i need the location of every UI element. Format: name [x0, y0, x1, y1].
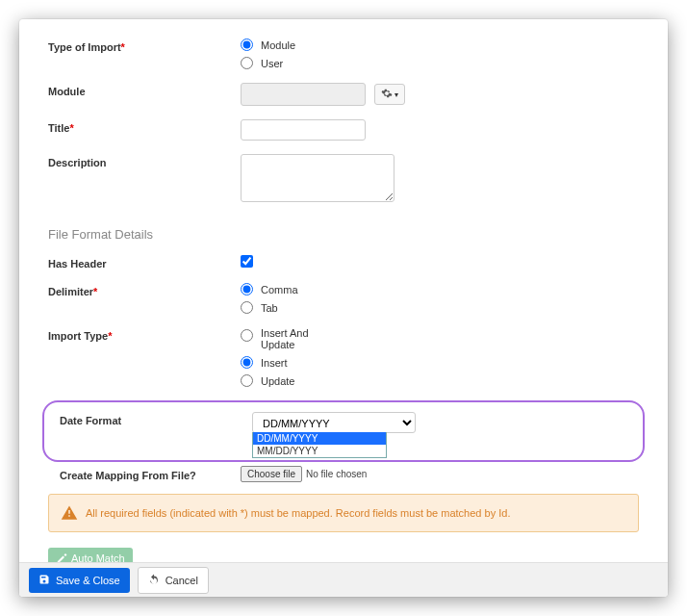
row-date-format: Date Format DD/MM/YYYY	[60, 412, 627, 433]
radio-comma-input[interactable]	[241, 283, 253, 295]
date-format-option-mmddyyyy[interactable]: MM/DD/YYYY	[253, 445, 386, 457]
no-file-label: No file chosen	[306, 469, 367, 479]
alert-text: All required fields (indicated with *) m…	[86, 507, 510, 519]
row-module: Module ▾	[48, 83, 639, 106]
label-create-mapping: Create Mapping From File?	[48, 467, 241, 481]
radio-user[interactable]: User	[241, 57, 639, 69]
date-format-input-col: DD/MM/YYYY	[252, 412, 627, 433]
date-format-option-ddmmyyyy[interactable]: DD/MM/YYYY	[253, 432, 386, 445]
label-import-type: Import Type*	[48, 327, 241, 342]
radio-tab[interactable]: Tab	[241, 301, 639, 314]
module-field[interactable]	[241, 83, 366, 106]
radio-insert-input[interactable]	[241, 356, 253, 369]
label-description: Description	[48, 154, 241, 168]
section-file-format: File Format Details	[48, 227, 639, 242]
warning-icon	[61, 504, 78, 522]
label-delimiter: Delimiter*	[48, 283, 241, 297]
radio-insert-update[interactable]: Insert And Update	[241, 327, 639, 350]
row-has-header: Has Header	[48, 255, 639, 270]
file-control: Choose file No file chosen	[241, 466, 639, 482]
cancel-button[interactable]: Cancel	[138, 567, 209, 594]
radio-update[interactable]: Update	[241, 374, 639, 387]
row-delimiter: Delimiter* Comma Tab	[48, 283, 639, 314]
label-module: Module	[48, 83, 241, 97]
description-input-col	[241, 154, 639, 204]
radio-module-input[interactable]	[241, 38, 253, 51]
label-type-of-import: Type of Import*	[48, 38, 241, 53]
label-has-header: Has Header	[48, 255, 241, 270]
row-description: Description	[48, 154, 639, 204]
has-header-checkbox[interactable]	[241, 255, 253, 268]
label-title: Title*	[48, 119, 241, 134]
cancel-label: Cancel	[165, 575, 198, 586]
delimiter-options: Comma Tab	[241, 283, 639, 314]
radio-user-label: User	[261, 58, 283, 69]
date-format-select[interactable]: DD/MM/YYYY	[252, 412, 416, 433]
radio-module-label: Module	[261, 39, 295, 51]
form-area: Type of Import* Module User Module	[19, 19, 668, 569]
radio-insert-update-input[interactable]	[241, 329, 253, 342]
radio-update-input[interactable]	[241, 374, 253, 387]
chevron-down-icon: ▾	[394, 90, 398, 99]
row-import-type: Import Type* Insert And Update Insert Up…	[48, 327, 639, 387]
radio-tab-label: Tab	[261, 302, 278, 314]
label-date-format: Date Format	[60, 412, 252, 426]
row-type-of-import: Type of Import* Module User	[48, 38, 639, 69]
radio-insert[interactable]: Insert	[241, 356, 639, 369]
module-input-col: ▾	[241, 83, 639, 106]
radio-comma-label: Comma	[261, 284, 298, 295]
alert-required-fields: All required fields (indicated with *) m…	[48, 494, 639, 532]
module-settings-button[interactable]: ▾	[374, 84, 405, 105]
radio-module[interactable]: Module	[241, 38, 639, 51]
choose-file-button[interactable]: Choose file	[241, 466, 302, 482]
radio-user-input[interactable]	[241, 57, 253, 69]
type-of-import-options: Module User	[241, 38, 639, 69]
radio-insert-label: Insert	[261, 357, 288, 369]
row-title: Title*	[48, 119, 639, 141]
footer-bar: Save & Close Cancel	[19, 562, 668, 597]
save-icon	[38, 574, 50, 587]
title-input-col	[241, 119, 639, 141]
radio-insert-update-label: Insert And Update	[261, 327, 338, 350]
radio-tab-input[interactable]	[241, 301, 253, 314]
save-close-button[interactable]: Save & Close	[29, 568, 130, 593]
highlight-date-format: Date Format DD/MM/YYYY DD/MM/YYYY MM/DD/…	[42, 400, 645, 462]
save-close-label: Save & Close	[56, 575, 120, 586]
radio-comma[interactable]: Comma	[241, 283, 639, 295]
undo-icon	[148, 574, 160, 587]
row-create-mapping: Create Mapping From File? Choose file No…	[48, 466, 639, 482]
radio-update-label: Update	[261, 375, 294, 387]
gear-icon	[381, 88, 393, 101]
title-field[interactable]	[241, 119, 366, 141]
date-format-dropdown: DD/MM/YYYY MM/DD/YYYY	[252, 432, 387, 458]
import-type-options: Insert And Update Insert Update	[241, 327, 639, 387]
has-header-input-col	[241, 255, 639, 270]
description-field[interactable]	[241, 154, 394, 202]
import-config-window: Type of Import* Module User Module	[19, 19, 668, 597]
